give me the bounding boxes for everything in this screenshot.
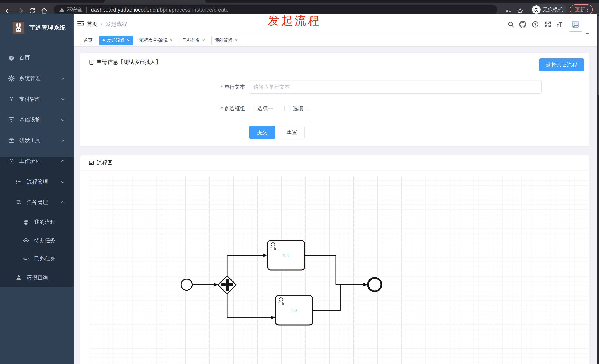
sidebar-item-dev-tools[interactable]: 研发工具	[0, 130, 73, 151]
card-header: 流程图	[80, 155, 589, 170]
help-icon[interactable]: ?	[532, 21, 539, 28]
update-label: 更新	[575, 6, 585, 13]
tab-start-process[interactable]: 发起流程×	[99, 36, 133, 45]
sidebar-item-done-tasks[interactable]: 已办任务	[0, 249, 73, 268]
close-icon[interactable]: ×	[170, 38, 172, 43]
sidebar-item-task-management[interactable]: 任务管理	[0, 193, 73, 212]
task-label: 1.2	[291, 307, 297, 313]
sidebar-item-leave-query[interactable]: 请假查询	[0, 268, 73, 287]
close-icon[interactable]: ×	[202, 38, 205, 43]
bpmn-user-task-1: 1.1	[268, 240, 305, 270]
close-icon[interactable]: ×	[235, 38, 238, 43]
breadcrumb-separator: /	[101, 21, 102, 27]
chevron-up-icon	[60, 159, 65, 164]
sidebar-item-home[interactable]: 首页	[0, 47, 73, 68]
forward-icon[interactable]	[16, 7, 24, 15]
chevron-down-icon	[60, 138, 65, 143]
tab-home[interactable]: 首页	[80, 36, 96, 45]
task-label: 1.1	[283, 253, 289, 258]
toolbox-icon	[8, 137, 15, 144]
tab-my-process[interactable]: 我的流程×	[211, 36, 241, 45]
sidebar-item-todo-tasks[interactable]: 待办任务	[0, 231, 73, 250]
document-icon	[88, 59, 94, 65]
card-header: 申请信息【测试多审批人】	[80, 53, 589, 71]
bpmn-parallel-gateway	[218, 276, 236, 294]
breadcrumb-home[interactable]: 首页	[87, 20, 97, 28]
checkbox-label-option-1[interactable]: 选项一	[257, 102, 273, 115]
bpmn-diagram: 1.1 1.2	[89, 176, 589, 364]
incognito-label: 无痕模式	[543, 6, 563, 13]
chevron-down-icon	[60, 97, 65, 102]
font-size-icon[interactable]	[556, 21, 563, 28]
sidebar-item-workflow[interactable]: 工作流程	[0, 151, 73, 171]
url-path: /bpm/process-instance/create	[158, 7, 228, 13]
incognito-icon	[532, 5, 541, 14]
fullscreen-icon[interactable]	[544, 21, 551, 28]
bookmark-star-icon[interactable]	[516, 7, 524, 15]
sidebar: 芋道管理系统 首页 系统管理 ¥ 支付管理 基础设施 研发工具	[0, 14, 73, 364]
key-icon[interactable]	[504, 7, 512, 15]
bpmn-canvas[interactable]: 1.1 1.2	[89, 176, 589, 364]
required-mark: *	[221, 84, 223, 90]
security-label[interactable]: 不安全	[67, 6, 82, 13]
browser-tab[interactable]	[104, 0, 206, 3]
sidebar-item-payment[interactable]: ¥ 支付管理	[0, 89, 73, 110]
chevron-down-icon	[60, 179, 65, 184]
url-divider	[87, 7, 87, 13]
scrollbar-thumb[interactable]	[598, 16, 599, 95]
url-text[interactable]: dashboard.yudao.iocoder.cn/bpm/process-i…	[91, 7, 229, 13]
eye-closed-icon	[23, 255, 30, 262]
bpmn-user-task-2: 1.2	[275, 296, 313, 325]
incognito-chip: 无痕模式	[531, 4, 567, 15]
process-diagram-card: 流程图	[80, 155, 590, 364]
choose-other-process-button[interactable]: 选择其它流程	[539, 58, 584, 71]
app-title: 芋道管理系统	[29, 24, 66, 32]
update-button[interactable]: 更新	[570, 4, 593, 15]
page-scrollbar[interactable]	[597, 14, 599, 364]
bpmn-start-event	[181, 279, 192, 290]
avatar[interactable]	[569, 17, 582, 32]
sidebar-item-infrastructure[interactable]: 基础设施	[0, 110, 73, 130]
url-domain: dashboard.yudao.iocoder.cn	[91, 7, 158, 13]
gear-icon	[8, 75, 15, 82]
browser-tab-strip	[0, 0, 599, 3]
submit-button[interactable]: 提交	[249, 126, 275, 139]
reload-icon[interactable]	[28, 7, 36, 15]
not-secure-warning-icon	[59, 7, 65, 13]
face-icon	[23, 219, 30, 226]
checkbox-option-1[interactable]	[249, 106, 255, 111]
annotation-text: 发起流程	[268, 13, 321, 28]
tags-view-bar: 首页 发起流程× 流程表单-编辑× 已办任务× 我的流程×	[73, 34, 597, 47]
sidebar-logo-row[interactable]: 芋道管理系统	[0, 17, 73, 39]
back-icon[interactable]	[4, 7, 13, 15]
sidebar-collapse-icon[interactable]	[77, 20, 84, 28]
card-title: 申请信息【测试多审批人】	[97, 59, 161, 66]
broken-image-icon	[572, 20, 580, 28]
tab-process-form-edit[interactable]: 流程表单-编辑×	[136, 36, 176, 45]
app-logo	[13, 22, 24, 34]
tab-done-tasks[interactable]: 已办任务×	[179, 36, 208, 45]
svg-text:?: ?	[534, 22, 537, 26]
close-icon[interactable]: ×	[127, 38, 130, 43]
monitor-icon	[8, 117, 15, 123]
bpmn-end-event	[368, 278, 381, 291]
checkbox-option-2[interactable]	[284, 106, 290, 111]
field-label-single-line-text: * 单行文本	[190, 80, 245, 93]
image-icon	[88, 160, 94, 166]
yen-icon: ¥	[8, 96, 15, 102]
chevron-down-icon	[60, 117, 65, 122]
checkbox-label-option-2[interactable]: 选项二	[293, 102, 308, 115]
browser-menu-icon[interactable]	[587, 8, 588, 12]
reset-button[interactable]: 重置	[279, 126, 305, 139]
breadcrumb: 首页 / 发起流程	[87, 14, 127, 34]
screenshot-root: 不安全 dashboard.yudao.iocoder.cn/bpm/proce…	[0, 0, 599, 364]
sidebar-item-process-management[interactable]: 流程管理	[0, 172, 73, 191]
single-line-text-input[interactable]	[249, 80, 542, 93]
sidebar-item-system[interactable]: 系统管理	[0, 68, 73, 89]
flow-icon	[16, 199, 22, 206]
home-icon[interactable]	[40, 7, 48, 15]
sidebar-item-my-process[interactable]: 我的流程	[0, 213, 73, 232]
dashboard-icon	[8, 54, 15, 61]
github-icon[interactable]	[519, 21, 526, 28]
search-icon[interactable]	[507, 21, 514, 28]
